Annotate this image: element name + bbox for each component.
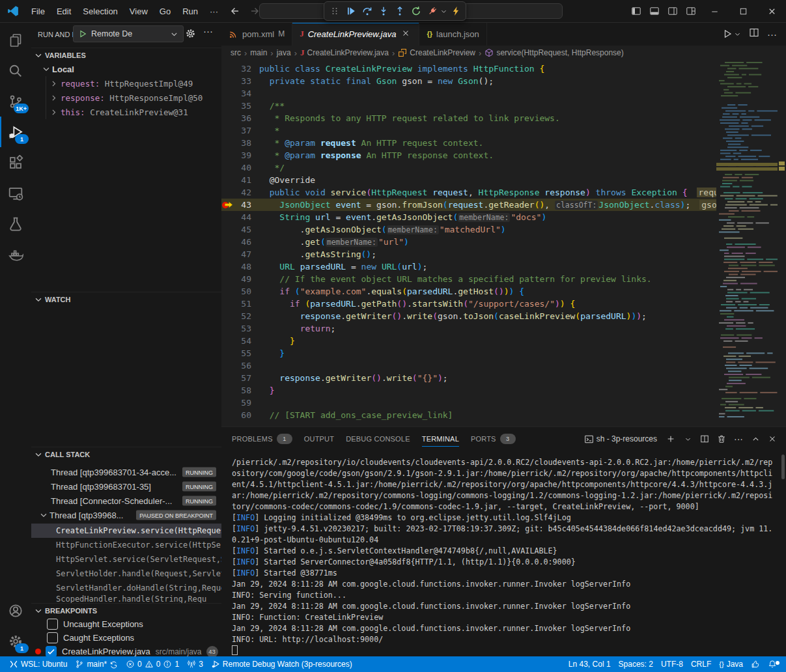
variable-response[interactable]: response: HttpResponseImpl@50: [31, 91, 221, 105]
stack-frame[interactable]: CreateLinkPreview.service(HttpReques: [31, 524, 221, 538]
remote-indicator[interactable]: WSL: Ubuntu: [5, 656, 71, 672]
variable-this[interactable]: this: CreateLinkPreview@31: [31, 105, 221, 119]
stack-frame[interactable]: HttpFunctionExecutor.service(HttpSer: [31, 538, 221, 552]
gutter-glyph[interactable]: [221, 372, 234, 384]
indentation[interactable]: Spaces: 2: [615, 660, 657, 669]
gutter-glyph[interactable]: [221, 347, 234, 359]
stack-frame[interactable]: ServletHandler.doHandle(String,Reque: [31, 581, 221, 595]
gutter-glyph[interactable]: [221, 384, 234, 397]
gutter-glyph[interactable]: [221, 248, 234, 260]
continue-button[interactable]: [343, 3, 359, 19]
panel-tab-terminal[interactable]: TERMINAL: [422, 427, 459, 451]
section-call-stack[interactable]: CALL STACK: [31, 447, 221, 462]
layout-panel-button[interactable]: [645, 0, 664, 22]
breadcrumb-item[interactable]: src: [231, 48, 241, 57]
close-tab-button[interactable]: [401, 29, 412, 39]
gutter-glyph[interactable]: [221, 161, 234, 174]
gutter-glyph[interactable]: [221, 397, 234, 409]
step-into-button[interactable]: [375, 3, 391, 19]
gutter-glyph[interactable]: [221, 124, 234, 137]
tab-CreateLinkPreview.java[interactable]: JCreateLinkPreview.java: [292, 22, 419, 46]
list-item[interactable]: Local: [31, 62, 221, 76]
start-debug-icon[interactable]: [78, 29, 87, 38]
minimap[interactable]: [716, 60, 778, 427]
activity-settings[interactable]: 1: [0, 626, 31, 656]
panel-more-actions[interactable]: ···: [731, 432, 746, 446]
new-terminal-button[interactable]: [664, 432, 678, 446]
run-java-button[interactable]: [722, 29, 741, 39]
gutter-glyph[interactable]: [221, 285, 234, 298]
gutter-glyph[interactable]: [221, 112, 234, 124]
gutter-glyph[interactable]: [221, 335, 234, 347]
menu-file[interactable]: File: [25, 3, 51, 20]
restart-button[interactable]: [408, 3, 424, 19]
breakpoint-item[interactable]: Uncaught Exceptions: [31, 617, 221, 631]
gutter-glyph[interactable]: [221, 298, 234, 310]
activity-docker[interactable]: [0, 239, 31, 270]
section-watch[interactable]: WATCH: [31, 292, 221, 307]
gutter-glyph[interactable]: [221, 236, 234, 248]
gutter-glyph[interactable]: [221, 63, 234, 75]
activity-accounts[interactable]: [0, 595, 31, 626]
tab-pom.xml[interactable]: pom.xmlM: [221, 22, 292, 46]
disconnect-button[interactable]: [424, 3, 440, 19]
thread-row-paused[interactable]: Thread [qtp39968...PAUSED ON BREAKPOINT: [31, 508, 221, 522]
gutter-glyph[interactable]: [221, 174, 234, 186]
gear-icon[interactable]: [185, 28, 196, 39]
split-terminal-button[interactable]: [697, 432, 712, 446]
drag-handle-button[interactable]: [326, 3, 343, 19]
menu-selection[interactable]: Selection: [77, 3, 123, 20]
terminal-scrollbar[interactable]: [781, 455, 785, 479]
terminal-profile-dropdown[interactable]: [681, 432, 695, 446]
stack-frame[interactable]: ServletHolder.handle(Request,Servlet: [31, 567, 221, 581]
layout-sidebar-right-button[interactable]: [664, 0, 682, 22]
breadcrumb-item[interactable]: java: [277, 48, 291, 57]
gutter-glyph[interactable]: [221, 211, 234, 223]
breakpoint-checkbox[interactable]: [47, 632, 58, 643]
menu-edit[interactable]: Edit: [51, 3, 77, 20]
gutter-glyph[interactable]: [221, 87, 234, 100]
gutter-glyph[interactable]: [221, 223, 234, 236]
gutter-glyph[interactable]: [221, 186, 234, 199]
gutter-glyph[interactable]: [221, 75, 234, 87]
menu-go[interactable]: Go: [154, 3, 176, 20]
breadcrumb-item[interactable]: main: [250, 48, 267, 57]
menu-overflow[interactable]: ···: [204, 3, 224, 20]
gutter-glyph[interactable]: [221, 199, 234, 211]
section-breakpoints[interactable]: BREAKPOINTS: [31, 603, 221, 618]
go-back-button[interactable]: [227, 3, 244, 20]
code-editor[interactable]: 32public class CreateLinkPreview impleme…: [221, 60, 716, 429]
section-variables[interactable]: VARIABLES: [31, 48, 221, 63]
problems-summary[interactable]: 001: [122, 656, 183, 672]
activity-search[interactable]: [0, 55, 31, 86]
launch-config-dropdown[interactable]: Remote De: [73, 25, 184, 42]
forwarded-ports[interactable]: 3: [183, 656, 207, 672]
thread-row[interactable]: Thread [qtp399683701-35]RUNNING: [31, 479, 221, 494]
activity-explorer[interactable]: [0, 25, 31, 55]
gutter-glyph[interactable]: [221, 322, 234, 335]
list-item[interactable]: ScopedHandler.handle(String,Requ: [31, 595, 221, 603]
activity-extensions[interactable]: [0, 147, 31, 178]
close-button[interactable]: [757, 0, 786, 22]
breadcrumb-item[interactable]: service(HttpRequest, HttpResponse): [484, 48, 623, 57]
stack-frame[interactable]: HttpServlet.service(ServletRequest,S: [31, 552, 221, 567]
maximize-button[interactable]: [729, 0, 757, 22]
gutter-glyph[interactable]: [221, 359, 234, 372]
cursor-position[interactable]: Ln 43, Col 1: [565, 660, 615, 669]
breakpoint-item[interactable]: Caught Exceptions: [31, 631, 221, 645]
step-out-button[interactable]: [391, 3, 408, 19]
kill-terminal-button[interactable]: [714, 432, 729, 446]
panel-tab-output[interactable]: OUTPUT: [304, 427, 334, 451]
breakpoint-item[interactable]: CreateLinkPreview.javasrc/main/java43: [31, 645, 221, 656]
eol[interactable]: CRLF: [687, 660, 715, 669]
panel-tab-problems[interactable]: PROBLEMS1: [232, 427, 292, 451]
breadcrumb-item[interactable]: CreateLinkPreview: [398, 48, 475, 57]
gutter-glyph[interactable]: [221, 260, 234, 273]
encoding[interactable]: UTF-8: [657, 660, 687, 669]
breadcrumb-item[interactable]: JCreateLinkPreview.java: [300, 48, 389, 58]
feedback[interactable]: [747, 660, 764, 669]
gutter-glyph[interactable]: [221, 137, 234, 149]
step-over-button[interactable]: [359, 3, 375, 19]
language-mode[interactable]: {}Java: [715, 660, 747, 669]
breakpoint-checkbox[interactable]: [47, 619, 58, 630]
